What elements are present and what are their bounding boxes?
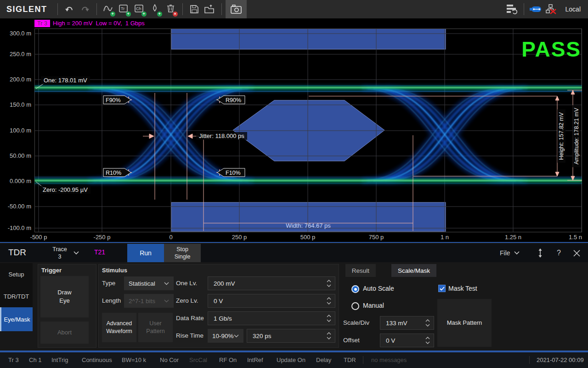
manual-radio[interactable]	[351, 302, 359, 310]
help-button[interactable]: ?	[557, 244, 561, 262]
mask-test-label[interactable]: Mask Test	[448, 285, 477, 292]
trace-badge[interactable]: Tr 3	[34, 20, 50, 27]
spinner-down-icon[interactable]	[327, 302, 331, 305]
delete-button[interactable]: ×	[163, 0, 179, 18]
rise-time-label: Rise Time	[176, 329, 204, 343]
status-message: no messages	[371, 356, 407, 363]
spinner-control[interactable]	[327, 280, 331, 287]
spinner-up-icon[interactable]	[327, 297, 331, 300]
redo-button[interactable]	[77, 0, 93, 18]
manual-label[interactable]: Manual	[363, 302, 384, 309]
expand-panel-button[interactable]	[537, 244, 543, 262]
status-rf: RF On	[219, 356, 237, 363]
tab-setup[interactable]: Setup	[0, 263, 33, 285]
r10-tag-label: R10%	[106, 170, 121, 176]
scale-div-input[interactable]: 133 mV	[380, 316, 434, 330]
y-tick: 50.00 m	[0, 152, 31, 159]
type-dropdown[interactable]: Statistical	[124, 276, 174, 290]
spinner-down-icon[interactable]	[327, 284, 331, 287]
x-tick: -500 p	[23, 234, 55, 241]
spinner-down-icon[interactable]	[327, 337, 331, 339]
spinner-up-icon[interactable]	[425, 319, 430, 322]
stop-single-button[interactable]: Stop Single	[164, 244, 201, 262]
spinner-up-icon[interactable]	[327, 315, 331, 317]
auto-scale-label[interactable]: Auto Scale	[363, 285, 394, 292]
tab-result[interactable]: Result	[345, 264, 376, 277]
rise-time-range-dropdown[interactable]: 10-90%	[208, 329, 243, 343]
preset-list-icon	[507, 4, 518, 14]
open-button[interactable]	[202, 0, 218, 18]
help-icon: ?	[557, 249, 561, 257]
run-button[interactable]: Run	[127, 244, 164, 262]
length-dropdown[interactable]: 2^7-1 bits	[124, 294, 174, 308]
x-tick: 1 n	[429, 234, 461, 241]
screenshot-button[interactable]	[226, 0, 247, 18]
spinner-control[interactable]	[327, 315, 331, 322]
y-tick: 0.000 m	[0, 178, 31, 184]
spinner-control[interactable]	[327, 297, 331, 305]
spinner-down-icon[interactable]	[425, 341, 430, 344]
undo-button[interactable]	[62, 0, 77, 18]
spinner-up-icon[interactable]	[327, 332, 331, 335]
abort-button[interactable]: Abort	[40, 322, 89, 344]
spinner-control[interactable]	[327, 332, 331, 339]
chevron-down-icon	[234, 334, 239, 338]
x-tick: 250 p	[223, 234, 255, 241]
panel-header: TDR Trace 3 T21 Run Stop Single File ?	[0, 244, 588, 262]
user-pattern-button[interactable]: User Pattern	[138, 313, 173, 342]
spinner-down-icon[interactable]	[327, 319, 331, 322]
abort-label: Abort	[57, 328, 72, 337]
advanced-waveform-button[interactable]: Advanced Waveform	[102, 313, 136, 342]
y-tick: 100.0 m	[0, 127, 31, 134]
mask-test-pass-indicator: PASS	[521, 37, 581, 62]
add-trace-button[interactable]: +	[101, 0, 116, 18]
zero-level-input[interactable]: 0 V	[208, 294, 335, 308]
status-separator	[529, 356, 530, 364]
spinner-up-icon[interactable]	[327, 280, 331, 282]
trace-tag[interactable]: T21	[94, 248, 105, 256]
add-channel-button[interactable]: Ch +	[132, 0, 147, 18]
tab-tdr-tdt[interactable]: TDR/TDT	[0, 285, 33, 307]
spinner-control[interactable]	[425, 337, 430, 344]
usb-icon	[530, 6, 542, 12]
eye-diagram-plot: F90% R90% R10% F10% One: 178.01 mV Zero:…	[34, 29, 582, 232]
preset-list-button[interactable]	[504, 0, 520, 18]
spinner-up-icon[interactable]	[425, 337, 430, 339]
local-mode-label[interactable]: Local	[565, 6, 581, 13]
offset-label: Offset	[343, 334, 360, 347]
auto-scale-radio[interactable]	[351, 285, 359, 293]
draw-eye-line1: Draw	[57, 288, 71, 297]
jitter-annotation: Jitter: 118.000 ps	[196, 132, 247, 140]
trace-selector[interactable]: Trace 3	[46, 244, 74, 262]
r90-tag-label: R90%	[226, 97, 241, 104]
lan-status-button[interactable]	[543, 0, 559, 18]
chevron-down-icon	[164, 299, 169, 303]
chevron-down-icon	[74, 251, 79, 255]
spinner-down-icon[interactable]	[425, 324, 430, 327]
draw-eye-button[interactable]: Draw Eye	[40, 276, 89, 317]
one-level-input[interactable]: 200 mV	[208, 276, 335, 290]
mask-pattern-button[interactable]: Mask Pattern	[437, 299, 492, 347]
chevron-down-icon	[514, 251, 520, 255]
data-rate-input[interactable]: 1 Gb/s	[208, 311, 335, 325]
save-button[interactable]	[187, 0, 202, 18]
rise-time-input[interactable]: 320 ps	[247, 329, 335, 343]
mask-test-checkbox[interactable]	[438, 285, 446, 292]
toolbar-separator	[182, 3, 183, 15]
spinner-control[interactable]	[425, 319, 430, 327]
y-tick: 200.0 m	[0, 76, 31, 83]
tab-eye-mask[interactable]: Eye/Mask	[0, 307, 33, 331]
close-panel-button[interactable]	[573, 244, 580, 262]
x-badge-icon: ×	[173, 12, 178, 17]
add-marker-button[interactable]: +	[147, 0, 163, 18]
add-tr-button[interactable]: Tr +	[116, 0, 132, 18]
status-reference: IntRef	[247, 356, 263, 363]
usb-status-button[interactable]	[528, 0, 543, 18]
y-tick: 250.0 m	[0, 51, 31, 58]
y-tick: -100.0 m	[0, 224, 31, 231]
offset-input[interactable]: 0 V	[380, 334, 434, 347]
file-menu[interactable]: File	[500, 244, 520, 262]
tab-scale-mask[interactable]: Scale/Mask	[391, 264, 436, 277]
one-level-label: One Lv.	[176, 276, 197, 290]
mask-regions	[171, 29, 446, 231]
